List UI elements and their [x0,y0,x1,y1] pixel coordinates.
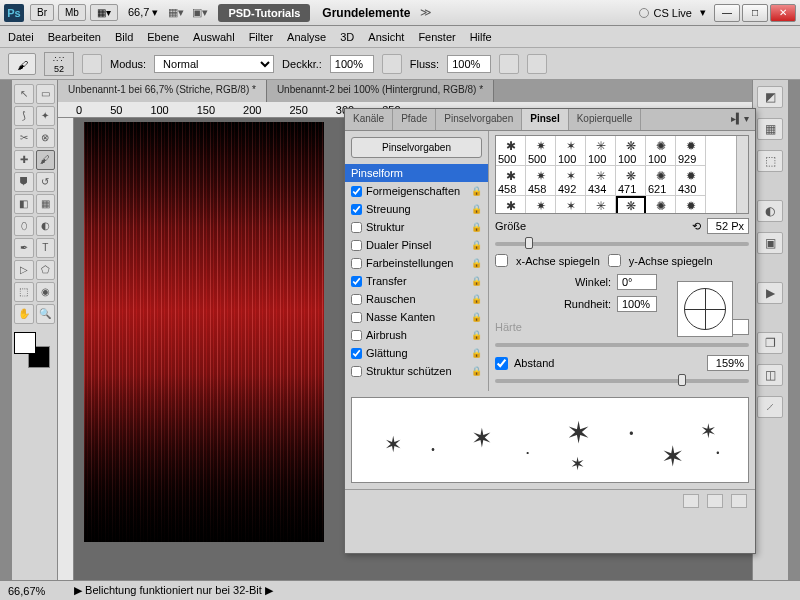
lock-icon[interactable]: 🔒 [471,204,482,214]
workspace-name[interactable]: Grundelemente [322,6,410,20]
blend-mode-select[interactable]: Normal [154,55,274,73]
brush-option-3[interactable]: Struktur🔒 [345,218,488,236]
screen-mode-button[interactable]: ▣▾ [192,6,208,19]
brush-option-check-8[interactable] [351,312,362,323]
spacing-slider[interactable] [495,379,749,383]
menu-3d[interactable]: 3D [340,31,354,43]
roundness-value[interactable]: 100% [617,296,657,312]
brush-tip-cell[interactable]: ❋471 [616,166,646,196]
panel-icon-styles[interactable]: ⬚ [757,150,783,172]
brush-option-check-10[interactable] [351,348,362,359]
status-zoom[interactable]: 66,67% [8,585,64,597]
brush-option-6[interactable]: Transfer🔒 [345,272,488,290]
tab-pinselvorgaben[interactable]: Pinselvorgaben [436,109,522,130]
brush-tip-cell[interactable]: ✹430 [676,166,706,196]
brush-option-2[interactable]: Streuung🔒 [345,200,488,218]
opacity-value[interactable]: 100% [330,55,374,73]
ruler-vertical[interactable] [58,118,74,580]
tablet-pressure-icon[interactable] [527,54,547,74]
panel-icon-color[interactable]: ◩ [757,86,783,108]
brush-option-check-2[interactable] [351,204,362,215]
size-value[interactable]: 52 Px [707,218,749,234]
menu-auswahl[interactable]: Auswahl [193,31,235,43]
lock-icon[interactable]: 🔒 [471,312,482,322]
lock-icon[interactable]: 🔒 [471,348,482,358]
brush-option-10[interactable]: Glättung🔒 [345,344,488,362]
toggle-preview-icon[interactable] [683,494,699,508]
brush-option-0[interactable]: Pinselform [345,164,488,182]
brush-tip-cell[interactable]: ❋100 [616,136,646,166]
brush-tip-cell[interactable]: ✱500 [496,136,526,166]
brush-tip-cell[interactable]: ✶39 [556,196,586,214]
tab-kopierquelle[interactable]: Kopierquelle [569,109,642,130]
gradient-tool[interactable]: ▦ [36,194,56,214]
brush-option-8[interactable]: Nasse Kanten🔒 [345,308,488,326]
blur-tool[interactable]: ⬯ [14,216,34,236]
brush-tip-cell[interactable]: ✱486 [496,196,526,214]
tab-kanaele[interactable]: Kanäle [345,109,393,130]
size-slider[interactable] [495,242,749,246]
spacing-value[interactable]: 159% [707,355,749,371]
brush-tip-cell[interactable]: ✷458 [526,166,556,196]
brush-tip-cell[interactable]: ✳600 [586,196,616,214]
brush-tip-cell[interactable]: ✷500 [526,136,556,166]
foreground-color[interactable] [14,332,36,354]
tab-pfade[interactable]: Pfade [393,109,436,130]
panel-icon-adjust[interactable]: ◐ [757,200,783,222]
flow-value[interactable]: 100% [447,55,491,73]
move-tool[interactable]: ↖ [14,84,34,104]
panel-icon-play[interactable]: ▶ [757,282,783,304]
bridge-button[interactable]: Br [30,4,54,21]
3d-tool[interactable]: ⬚ [14,282,34,302]
heal-tool[interactable]: ✚ [14,150,34,170]
panel-icon-layers[interactable]: ❐ [757,332,783,354]
shape-tool[interactable]: ⬠ [36,260,56,280]
pen-tool[interactable]: ✒ [14,238,34,258]
window-maximize[interactable]: □ [742,4,768,22]
eyedropper-tool[interactable]: ⊗ [36,128,56,148]
brush-tip-cell[interactable]: ✺100 [646,136,676,166]
brush-presets-button[interactable]: Pinselvorgaben [351,137,482,158]
tab-pinsel[interactable]: Pinsel [522,109,568,130]
brush-option-check-7[interactable] [351,294,362,305]
delete-brush-icon[interactable] [731,494,747,508]
path-select-tool[interactable]: ▷ [14,260,34,280]
brush-option-check-11[interactable] [351,366,362,377]
minibridge-button[interactable]: Mb [58,4,86,21]
arrange-button[interactable]: ▦▾ [168,6,184,19]
stamp-tool[interactable]: ⛊ [14,172,34,192]
menu-bild[interactable]: Bild [115,31,133,43]
menu-ansicht[interactable]: Ansicht [368,31,404,43]
marquee-tool[interactable]: ▭ [36,84,56,104]
brush-tip-cell[interactable]: ❋128 [616,196,646,214]
brush-option-5[interactable]: Farbeinstellungen🔒 [345,254,488,272]
color-swatch[interactable] [14,332,50,368]
brush-option-7[interactable]: Rauschen🔒 [345,290,488,308]
brush-tip-cell[interactable]: ✳434 [586,166,616,196]
menu-ebene[interactable]: Ebene [147,31,179,43]
brush-tip-cell[interactable]: ✶100 [556,136,586,166]
brush-option-11[interactable]: Struktur schützen🔒 [345,362,488,380]
lock-icon[interactable]: 🔒 [471,258,482,268]
panel-icon-masks[interactable]: ▣ [757,232,783,254]
airbrush-icon[interactable] [499,54,519,74]
brush-panel-toggle[interactable] [82,54,102,74]
hand-tool[interactable]: ✋ [14,304,34,324]
lock-icon[interactable]: 🔒 [471,240,482,250]
lasso-tool[interactable]: ⟆ [14,106,34,126]
brush-tip-cell[interactable]: ✹45 [676,196,706,214]
window-close[interactable]: ✕ [770,4,796,22]
angle-value[interactable]: 0° [617,274,657,290]
brush-tip-cell[interactable]: ✱458 [496,166,526,196]
panel-icon-swatches[interactable]: ▦ [757,118,783,140]
dodge-tool[interactable]: ◐ [36,216,56,236]
zoom-tool[interactable]: 🔍 [36,304,56,324]
menu-hilfe[interactable]: Hilfe [470,31,492,43]
type-tool[interactable]: T [36,238,56,258]
window-minimize[interactable]: ― [714,4,740,22]
cs-live-button[interactable]: CS Live▾ [639,6,706,19]
more-workspaces[interactable]: ≫ [420,6,432,19]
brush-preset-picker[interactable]: ∴∵ 52 [44,52,74,76]
lock-icon[interactable]: 🔒 [471,294,482,304]
panel-icon-paths[interactable]: ⟋ [757,396,783,418]
